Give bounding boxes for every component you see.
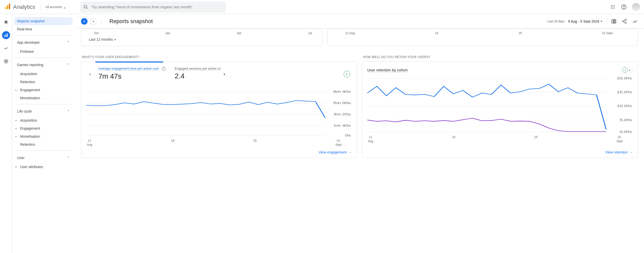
tick: 25 bbox=[253, 139, 257, 142]
chevron-up-icon: ⌃ bbox=[67, 109, 70, 113]
nav-games-engagement[interactable]: ▸Engagement bbox=[14, 86, 73, 94]
page-header-icons bbox=[607, 18, 638, 24]
tick: 18 bbox=[171, 139, 174, 142]
svg-text:10.0%: 10.0% bbox=[617, 104, 632, 108]
dropdown-arrow-icon: ▾ bbox=[114, 38, 116, 41]
side-nav: Reports snapshot Real-time App developer… bbox=[12, 14, 75, 253]
nav-reports-snapshot[interactable]: Reports snapshot bbox=[14, 17, 73, 25]
rail-explore-icon[interactable] bbox=[2, 44, 10, 52]
nav-life-monetisation[interactable]: ▸Monetisation bbox=[14, 132, 73, 140]
engagement-section-title: WHAT'S YOUR USER ENGAGEMENT? bbox=[82, 55, 357, 59]
svg-rect-1 bbox=[7, 5, 8, 9]
account-label: All accounts bbox=[46, 5, 62, 9]
metric-tab-engaged-sessions[interactable]: Engaged sessions per active user 2.4 bbox=[170, 62, 221, 80]
nav-firebase[interactable]: Firebase bbox=[14, 47, 73, 56]
active-tab-indicator bbox=[95, 62, 163, 63]
svg-rect-22 bbox=[612, 19, 613, 23]
nav-life-acquisition[interactable]: ▸Acquisition bbox=[14, 116, 73, 124]
expand-triangle-icon: ▸ bbox=[16, 166, 17, 168]
svg-point-9 bbox=[612, 7, 613, 7]
expand-triangle-icon: ▸ bbox=[16, 135, 17, 138]
nav-section-user[interactable]: User ⌃ bbox=[14, 153, 73, 163]
svg-point-15 bbox=[624, 8, 624, 8]
nav-games-retention[interactable]: Retention bbox=[14, 78, 73, 86]
nav-games-monetisation[interactable]: Monetisation bbox=[14, 94, 73, 102]
dropdown-arrow-icon: ▾ bbox=[64, 7, 65, 9]
tick: Sept bbox=[335, 143, 342, 146]
status-check-icon[interactable]: ✓ bbox=[344, 71, 350, 77]
svg-text:0.0%: 0.0% bbox=[620, 130, 632, 133]
chevron-up-icon: ⌃ bbox=[67, 63, 70, 67]
nav-section-life-cycle[interactable]: Life cycle ⌃ bbox=[14, 106, 73, 116]
rail-advertising-icon[interactable] bbox=[2, 57, 10, 65]
tick: Sept bbox=[616, 139, 623, 143]
metric-value: 2.4 bbox=[175, 72, 216, 80]
svg-line-4 bbox=[87, 8, 88, 9]
divider bbox=[101, 18, 101, 24]
engagement-card: ‹ Average engagement time per active use… bbox=[81, 61, 357, 158]
card-footer: View retention → bbox=[362, 147, 638, 158]
customize-columns-icon[interactable] bbox=[611, 18, 617, 24]
expand-triangle-icon: ▸ bbox=[16, 127, 17, 130]
top-right-card: 11 Aug 18 25 01 Sept bbox=[327, 29, 638, 46]
nav-user-attributes[interactable]: ▸User attributes bbox=[14, 163, 73, 171]
svg-text:20.0%: 20.0% bbox=[617, 76, 632, 80]
svg-line-29 bbox=[624, 22, 625, 22]
nav-label: Monetisation bbox=[20, 134, 40, 138]
tick: 11 Aug bbox=[345, 31, 354, 35]
dropdown-arrow-icon: ▾ bbox=[601, 20, 602, 23]
insights-icon[interactable] bbox=[632, 18, 638, 24]
divider bbox=[14, 35, 73, 35]
metric-tab-engagement-time[interactable]: Average engagement time per active user … bbox=[94, 62, 170, 80]
rail-home-icon[interactable] bbox=[2, 18, 10, 26]
segment-chip[interactable]: A bbox=[81, 18, 88, 25]
search-box[interactable] bbox=[80, 2, 226, 13]
help-icon[interactable] bbox=[621, 4, 627, 10]
nav-games-acquisition[interactable]: Acquisition bbox=[14, 70, 73, 78]
status-check-icon: ✓ bbox=[623, 68, 628, 73]
nav-life-engagement[interactable]: ▸Engagement bbox=[14, 124, 73, 132]
link-text: View engagement bbox=[318, 150, 347, 154]
product-logo-block[interactable]: Analytics bbox=[4, 3, 35, 11]
tick: 25 bbox=[518, 31, 522, 35]
period-label: Last 12 months bbox=[89, 37, 113, 41]
nav-rail bbox=[0, 14, 12, 253]
prev-metric-button[interactable]: ‹ bbox=[86, 71, 94, 77]
view-engagement-link[interactable]: View engagement → bbox=[318, 150, 352, 154]
svg-text:15.0%: 15.0% bbox=[617, 90, 632, 94]
nav-realtime[interactable]: Real-time bbox=[14, 25, 73, 33]
svg-point-12 bbox=[612, 8, 613, 9]
link-text: View retention bbox=[606, 150, 628, 154]
big-cards-row: WHAT'S YOUR USER ENGAGEMENT? ‹ Average e… bbox=[81, 48, 638, 158]
rail-reports-icon[interactable] bbox=[2, 31, 10, 39]
status-dropdown[interactable]: ✓ ▾ bbox=[620, 67, 633, 74]
date-range-text: 9 Aug - 5 Sept 2024 bbox=[568, 19, 599, 23]
svg-rect-18 bbox=[7, 33, 8, 37]
tick: 18 bbox=[435, 31, 438, 35]
tick: 11 bbox=[369, 135, 372, 139]
svg-point-13 bbox=[614, 8, 615, 9]
share-icon[interactable] bbox=[621, 18, 627, 24]
search-icon bbox=[83, 4, 89, 10]
nav-section-app-developer[interactable]: App developer ⌃ bbox=[14, 37, 73, 47]
search-input[interactable] bbox=[92, 5, 223, 9]
retention-card: User retention by cohort ✓ ▾ bbox=[362, 61, 638, 158]
next-metric-button[interactable]: › bbox=[221, 71, 228, 77]
svg-point-3 bbox=[84, 5, 87, 8]
info-icon[interactable]: ? bbox=[162, 67, 166, 71]
add-segment-button[interactable]: + bbox=[90, 18, 97, 25]
metric-label: Engaged sessions per active user bbox=[175, 67, 221, 71]
svg-point-11 bbox=[611, 8, 612, 9]
metric-label: Average engagement time per active user bbox=[98, 67, 159, 71]
period-selector[interactable]: Last 12 months ▾ bbox=[89, 37, 317, 41]
app-header: Analytics All accounts ▾ bbox=[0, 0, 644, 14]
account-selector[interactable]: All accounts ▾ bbox=[46, 5, 62, 9]
date-range-picker[interactable]: 9 Aug - 5 Sept 2024 ▾ bbox=[568, 19, 602, 23]
apps-grid-icon[interactable] bbox=[610, 4, 616, 10]
svg-point-6 bbox=[612, 5, 613, 6]
user-avatar[interactable] bbox=[632, 3, 640, 11]
svg-point-26 bbox=[623, 21, 624, 22]
nav-section-games-reporting[interactable]: Games reporting ⌃ bbox=[14, 60, 73, 70]
view-retention-link[interactable]: View retention → bbox=[606, 150, 633, 154]
nav-life-retention[interactable]: Retention bbox=[14, 140, 73, 148]
